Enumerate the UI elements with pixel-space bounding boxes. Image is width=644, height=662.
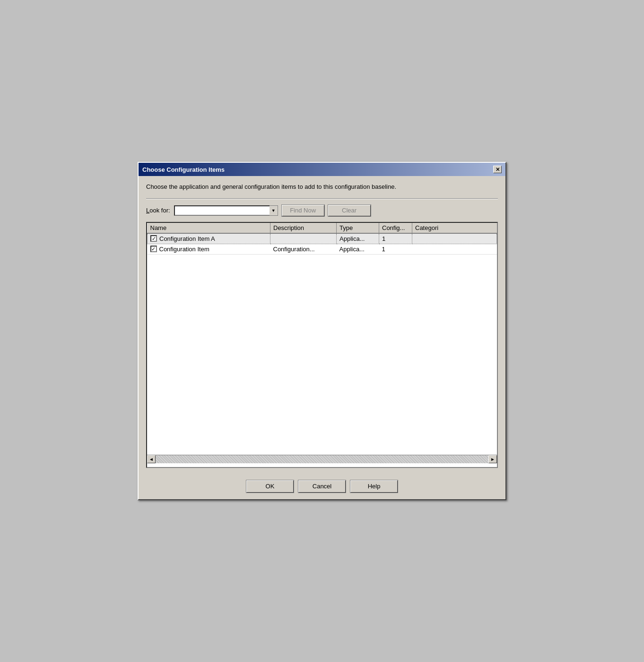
cell-category bbox=[412, 244, 497, 254]
table-header: Name Description Type Config... bbox=[148, 223, 497, 233]
ok-button[interactable]: OK bbox=[246, 480, 294, 493]
cell-name: ✓Configuration Item bbox=[148, 244, 270, 254]
col-header-category: Categori bbox=[412, 223, 497, 233]
scroll-left-button[interactable]: ◄ bbox=[147, 455, 156, 463]
scroll-track[interactable] bbox=[156, 455, 488, 463]
dropdown-button[interactable]: ▼ bbox=[270, 205, 278, 216]
cell-config: 1 bbox=[379, 233, 412, 244]
table-body: ✓Configuration Item AApplica...1✓Configu… bbox=[148, 233, 497, 255]
dialog-content: Choose the application and general confi… bbox=[139, 176, 505, 474]
list-table: Name Description Type Config... bbox=[147, 223, 497, 255]
search-combo: ▼ bbox=[174, 205, 278, 216]
horizontal-scrollbar: ◄ ► bbox=[147, 455, 497, 463]
dialog-title: Choose Configuration Items bbox=[142, 166, 225, 173]
row-checkbox[interactable]: ✓ bbox=[150, 235, 157, 242]
list-scroll-wrapper[interactable]: Name Description Type Config... bbox=[147, 223, 497, 455]
cell-type: Applica... bbox=[337, 233, 379, 244]
row-name: Configuration Item A bbox=[159, 235, 215, 242]
clear-button[interactable]: Clear bbox=[328, 205, 371, 216]
cell-category bbox=[412, 233, 497, 244]
table-row[interactable]: ✓Configuration ItemConfiguration...Appli… bbox=[148, 244, 497, 254]
cell-type: Applica... bbox=[337, 244, 379, 254]
find-now-button[interactable]: Find Now bbox=[282, 205, 324, 216]
list-container: Name Description Type Config... bbox=[146, 222, 498, 468]
col-header-description: Description bbox=[270, 223, 337, 233]
choose-configuration-items-dialog: Choose Configuration Items ✕ Choose the … bbox=[138, 162, 506, 500]
table-row[interactable]: ✓Configuration Item AApplica...1 bbox=[148, 233, 497, 244]
look-for-label: Look for: bbox=[146, 207, 170, 214]
cell-config: 1 bbox=[379, 244, 412, 254]
scroll-right-button[interactable]: ► bbox=[488, 455, 497, 463]
help-button[interactable]: Help bbox=[350, 480, 398, 493]
footer-buttons: OK Cancel Help bbox=[139, 475, 505, 499]
cancel-button[interactable]: Cancel bbox=[298, 480, 346, 493]
col-header-type: Type bbox=[337, 223, 379, 233]
search-row: Look for: ▼ Find Now Clear bbox=[146, 205, 498, 216]
separator bbox=[146, 198, 498, 199]
col-header-name: Name bbox=[148, 223, 270, 233]
col-header-config: Config... bbox=[379, 223, 412, 233]
search-input[interactable] bbox=[174, 205, 270, 216]
cell-description bbox=[270, 233, 337, 244]
cell-description: Configuration... bbox=[270, 244, 337, 254]
description-text: Choose the application and general confi… bbox=[146, 183, 498, 191]
title-bar: Choose Configuration Items ✕ bbox=[139, 163, 505, 176]
row-checkbox[interactable]: ✓ bbox=[150, 246, 157, 252]
cell-name: ✓Configuration Item A bbox=[148, 233, 270, 244]
close-button[interactable]: ✕ bbox=[493, 166, 502, 173]
row-name: Configuration Item bbox=[159, 246, 209, 253]
